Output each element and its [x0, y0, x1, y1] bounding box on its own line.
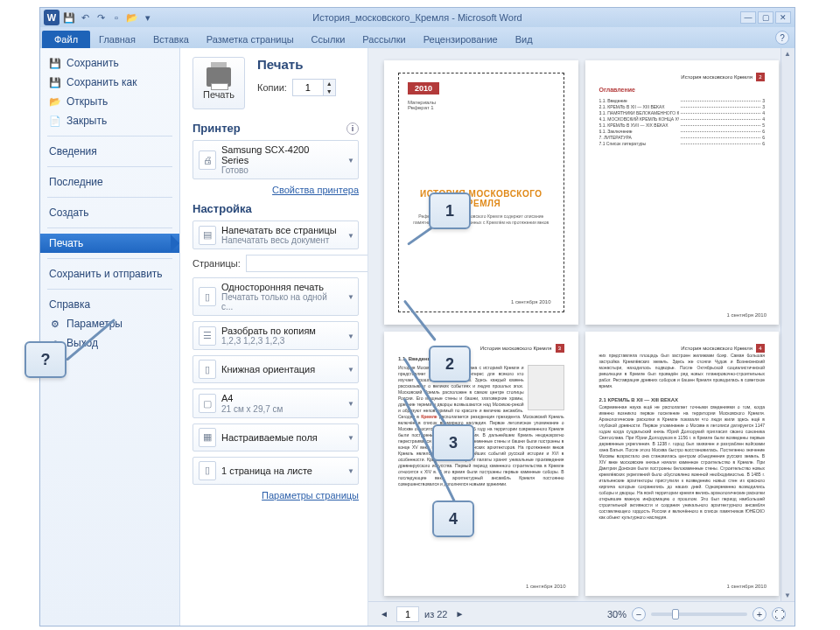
zoom-slider[interactable] [651, 612, 747, 616]
combo-main: Напечатать все страницы [221, 225, 337, 235]
saveas-icon: 💾 [49, 76, 61, 88]
window-controls: — ▢ ✕ [740, 11, 791, 24]
open-folder-icon: 📂 [49, 95, 61, 108]
pages-label: Страницы: [192, 258, 241, 269]
orientation-select[interactable]: ▯ Книжная ориентация ▼ [192, 355, 359, 383]
paper-icon: ▢ [199, 394, 216, 413]
printer-properties-link[interactable]: Свойства принтера [192, 185, 359, 195]
sidebar-share[interactable]: Сохранить и отправить [40, 264, 179, 284]
sidebar-label: Сохранить [66, 57, 119, 69]
pages-per-sheet-select[interactable]: ▯ 1 страница на листе ▼ [192, 457, 359, 485]
ribbon-tabs: Файл Главная Вставка Разметка страницы С… [40, 27, 794, 48]
redo-icon[interactable]: ↷ [94, 11, 107, 24]
window-title: История_московского_Кремля - Microsoft W… [312, 12, 522, 23]
qat-buttons: 💾 ↶ ↷ ▫ 📂 ▾ [63, 11, 154, 24]
page-footer-date: 1 сентября 2010 [726, 584, 766, 589]
copies-spinner[interactable]: ▲▼ [292, 79, 336, 96]
duplex-select[interactable]: ▯ Односторонняя печать Печатать только н… [192, 277, 359, 316]
spin-up-icon[interactable]: ▲ [323, 80, 335, 88]
combo-sub: 21 см x 29,7 см [221, 404, 283, 414]
paper-size-select[interactable]: ▢ A4 21 см x 29,7 см ▼ [192, 388, 359, 417]
spin-down-icon[interactable]: ▼ [323, 88, 335, 95]
page-of-label: из 22 [424, 609, 447, 620]
open-icon[interactable]: 📂 [126, 11, 138, 24]
sidebar-label: Сохранить как [66, 76, 136, 88]
preview-footer-bar: ◄ из 22 ► 30% − + ⛶ [368, 601, 794, 626]
printer-select[interactable]: 🖨 Samsung SCX-4200 Series Готово ▼ [192, 140, 359, 179]
callout-4: 4 [432, 500, 474, 537]
combo-sub: Напечатать весь документ [221, 235, 337, 245]
sidebar-label: Сведения [49, 145, 97, 158]
sidebar-help[interactable]: Справка [40, 295, 179, 314]
tab-references[interactable]: Ссылки [303, 31, 354, 48]
printer-name: Samsung SCX-4200 Series [221, 144, 339, 165]
sidebar-divider [47, 228, 172, 228]
tab-layout[interactable]: Разметка страницы [198, 31, 303, 48]
chevron-down-icon: ▼ [347, 466, 354, 474]
combo-main: 1 страница на листе [221, 466, 312, 476]
chevron-down-icon: ▼ [347, 293, 354, 301]
page-setup-link[interactable]: Параметры страницы [192, 490, 359, 500]
file-tab[interactable]: Файл [42, 31, 90, 48]
fit-page-button[interactable]: ⛶ [772, 607, 786, 621]
sidebar-new[interactable]: Создать [40, 203, 179, 222]
running-head: История московского Кремля [681, 74, 752, 80]
combo-main: Разобрать по копиям [221, 326, 316, 336]
page-footer-date: 1 сентября 2010 [526, 584, 566, 589]
sidebar-label: Сохранить и отправить [49, 268, 163, 280]
copies-input[interactable] [293, 80, 323, 95]
sidebar-close[interactable]: 📄Закрыть [40, 111, 179, 130]
sidebar-open[interactable]: 📂Открыть [40, 92, 179, 111]
sidebar-label: Справка [49, 298, 90, 311]
help-icon[interactable]: ? [775, 31, 789, 45]
maximize-button[interactable]: ▢ [758, 11, 774, 24]
tab-mailings[interactable]: Рассылки [354, 31, 414, 48]
tab-view[interactable]: Вид [507, 31, 542, 48]
sidebar-label: Открыть [66, 95, 108, 108]
callout-2: 2 [429, 346, 471, 382]
sheet-icon: ▯ [199, 461, 216, 480]
zoom-thumb[interactable] [672, 609, 679, 620]
next-page-button[interactable]: ► [452, 607, 466, 621]
pages-input[interactable] [246, 255, 368, 272]
combo-sub: Печатать только на одной с... [221, 292, 339, 312]
toc-heading: Оглавление [599, 87, 766, 93]
collate-select[interactable]: ☰ Разобрать по копиям 1,2,3 1,2,3 1,2,3 … [192, 321, 359, 350]
qat-more-icon[interactable]: ▾ [142, 11, 154, 24]
prev-page-button[interactable]: ◄ [377, 607, 391, 621]
chevron-down-icon: ▼ [347, 231, 354, 239]
chevron-down-icon: ▼ [347, 156, 354, 164]
zoom-value: 30% [607, 609, 626, 620]
sidebar-print[interactable]: Печать [40, 234, 179, 253]
margins-select[interactable]: ▦ Настраиваемые поля ▼ [192, 424, 359, 452]
print-button[interactable]: Печать [192, 57, 245, 109]
sidebar-info[interactable]: Сведения [40, 142, 179, 161]
undo-icon[interactable]: ↶ [79, 11, 91, 24]
pages-icon: ▤ [199, 226, 216, 245]
page-footer-date: 1 сентября 2010 [511, 299, 551, 304]
combo-main: Книжная ориентация [221, 364, 315, 374]
sidebar-saveas[interactable]: 💾Сохранить как [40, 73, 179, 92]
sidebar-label: Закрыть [66, 115, 107, 127]
word-logo-icon: W [44, 10, 60, 25]
portrait-icon: ▯ [199, 360, 216, 379]
print-range-select[interactable]: ▤ Напечатать все страницы Напечатать вес… [192, 220, 359, 249]
sidebar-save[interactable]: 💾Сохранить [40, 53, 179, 73]
zoom-in-button[interactable]: + [752, 607, 766, 621]
tab-review[interactable]: Рецензирование [415, 31, 507, 48]
sidebar-recent[interactable]: Последние [40, 172, 179, 192]
combo-main: A4 [221, 393, 283, 403]
tab-home[interactable]: Главная [90, 31, 144, 48]
preview-page-2: История московского Кремля2 Оглавление 1… [585, 60, 780, 325]
preview-page-4: История московского Кремля4 них представ… [585, 332, 780, 596]
close-button[interactable]: ✕ [775, 11, 791, 24]
vertical-scrollbar[interactable] [780, 48, 794, 601]
tab-insert[interactable]: Вставка [144, 31, 198, 48]
current-page-input[interactable] [396, 606, 419, 622]
zoom-out-button[interactable]: − [632, 607, 646, 621]
save-icon[interactable]: 💾 [63, 11, 75, 24]
new-icon[interactable]: ▫ [110, 11, 122, 24]
info-icon[interactable]: i [346, 122, 359, 135]
minimize-button[interactable]: — [740, 11, 756, 24]
preview-page-1: 2010 МатериалыРеферат 1 ИСТОРИЯ МОСКОВСК… [384, 60, 578, 325]
